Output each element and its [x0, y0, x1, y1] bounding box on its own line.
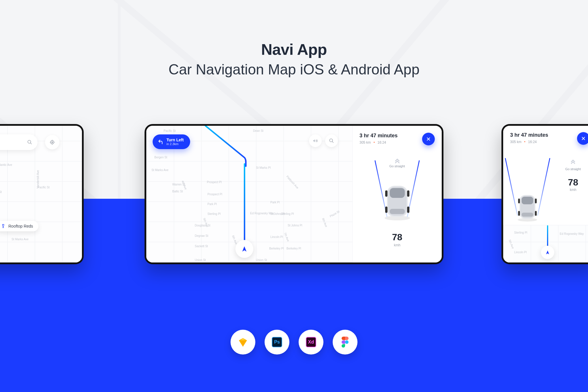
close-icon — [581, 136, 586, 141]
svg-rect-41 — [345, 337, 347, 340]
page-subtitle: Car Navigation Map iOS & Android App — [0, 61, 588, 78]
turn-distance: in 2.3km — [166, 142, 184, 146]
eta-subtext: 305 km • 16:24 — [359, 140, 398, 145]
go-straight-label: Go straight — [359, 164, 435, 168]
svg-rect-20 — [385, 190, 387, 197]
svg-rect-29 — [522, 197, 533, 204]
svg-rect-34 — [535, 211, 537, 216]
turn-left-icon — [158, 139, 164, 145]
eta-subtext: 305 km • 16:24 — [510, 140, 548, 144]
street-label: Pacific St — [38, 186, 50, 189]
street-label: Degraw St — [195, 234, 208, 237]
street-label: Park Pl — [270, 201, 280, 204]
speed-block: 78 kmh — [359, 232, 435, 247]
street-label: Sterling Pl — [514, 231, 527, 234]
svg-rect-19 — [390, 209, 405, 214]
street-label: St Marks Ave — [12, 238, 29, 241]
svg-point-44 — [345, 340, 349, 344]
photoshop-icon: Ps — [272, 337, 282, 347]
street-label: Park Pl — [207, 202, 217, 206]
eta-title: 3 hr 47 minutes — [359, 133, 398, 139]
svg-point-3 — [52, 142, 53, 142]
search-input[interactable] — [0, 134, 38, 150]
search-icon — [329, 138, 334, 143]
tablet-center: Pacific St Dean St Bergen St St Marks Av… — [145, 124, 443, 264]
nav-cursor — [541, 246, 554, 259]
title-block: Navi App Car Navigation Map iOS & Androi… — [0, 40, 588, 78]
street-label: Sackett St — [195, 245, 208, 248]
street-label: Union St — [195, 258, 206, 262]
svg-rect-22 — [385, 207, 387, 213]
svg-line-1 — [30, 143, 32, 144]
car-illustration — [380, 178, 415, 221]
tablet-right: 3 hr 47 minutes 305 km • 16:24 — [501, 124, 588, 264]
svg-rect-18 — [390, 188, 405, 198]
svg-point-11 — [329, 139, 333, 142]
search-button[interactable] — [325, 134, 338, 147]
nav-arrow-icon — [241, 246, 248, 252]
close-button[interactable] — [577, 132, 588, 145]
map-area[interactable]: Pacific St Dean St Bergen St St Marks Av… — [146, 126, 353, 262]
street-label: St Marks Ave — [151, 168, 168, 172]
xd-icon: Xd — [306, 337, 316, 347]
street-label: Berkeley Pl — [269, 247, 284, 250]
street-label: Berkeley Pl — [286, 247, 301, 250]
svg-rect-39 — [343, 337, 345, 340]
street-label: Ed Rogowsky Way — [250, 212, 274, 215]
tool-xd[interactable]: Xd — [299, 330, 323, 355]
side-panel: 3 hr 47 minutes 305 km • 16:24 Go straig… — [352, 126, 442, 262]
search-icon — [27, 140, 32, 145]
speed-unit: kmh — [553, 188, 588, 192]
close-button[interactable] — [422, 133, 435, 145]
speaker-icon — [313, 138, 318, 143]
street-label: Lincoln Pl — [514, 251, 527, 254]
turn-label: Turn Left — [166, 138, 184, 142]
tool-sketch[interactable] — [231, 330, 255, 355]
svg-point-0 — [28, 140, 31, 143]
nav-cursor — [235, 240, 253, 258]
page-title: Navi App — [0, 40, 588, 58]
car-illustration — [514, 189, 541, 222]
poi-chip-rooftop[interactable]: Rooftop Reds — [0, 221, 38, 231]
sketch-icon — [238, 337, 248, 347]
street-label: Pacific St — [164, 129, 176, 132]
lane-view — [503, 152, 552, 225]
svg-rect-43 — [343, 340, 345, 344]
svg-rect-46 — [343, 344, 345, 346]
street-label: Sterling Pl — [207, 212, 221, 215]
speed-unit: kmh — [359, 243, 435, 247]
street-label: Atlantic Ave — [0, 163, 12, 166]
speed-value: 78 — [553, 177, 588, 188]
street-label: Sterling Pl — [281, 212, 294, 215]
figma-icon — [341, 336, 349, 348]
chevron-up-icon — [394, 156, 401, 165]
wine-icon — [1, 224, 5, 228]
turn-instruction-pill[interactable]: Turn Left in 2.3km — [153, 134, 190, 149]
speed-value: 78 — [359, 232, 435, 243]
locate-icon — [49, 139, 55, 145]
nav-arrow-icon — [545, 250, 550, 255]
svg-rect-31 — [518, 198, 520, 203]
svg-marker-10 — [313, 139, 315, 142]
lane-view: Go straight — [359, 154, 435, 226]
close-icon — [426, 136, 431, 142]
svg-rect-32 — [535, 198, 537, 203]
tools-row: Ps Xd — [231, 330, 357, 355]
eta-title: 3 hr 47 minutes — [510, 132, 548, 138]
tablet-left: Atlantic Ave Dean St Bergen St St Marks … — [0, 124, 84, 264]
street-label: St Johns Pl — [288, 224, 302, 227]
street-label: Bergen St — [154, 156, 167, 159]
street-label: Prospect Pl — [207, 193, 222, 196]
locate-button[interactable] — [45, 135, 59, 149]
street-label: St Marks Pl — [256, 166, 271, 169]
sound-button[interactable] — [309, 134, 322, 147]
tool-photoshop[interactable]: Ps — [265, 330, 289, 355]
tool-figma[interactable] — [333, 330, 357, 355]
street-label: Lincoln Pl — [270, 235, 283, 239]
svg-rect-21 — [407, 190, 409, 197]
route-path — [205, 126, 263, 166]
street-label: Baltic St — [172, 190, 183, 193]
street-label: Prospect Pl — [207, 181, 222, 184]
street-label: Dean St — [0, 190, 2, 194]
map-area[interactable]: Sterling Pl 5th Ave Lincoln Pl Ed Rogows… — [503, 225, 588, 262]
